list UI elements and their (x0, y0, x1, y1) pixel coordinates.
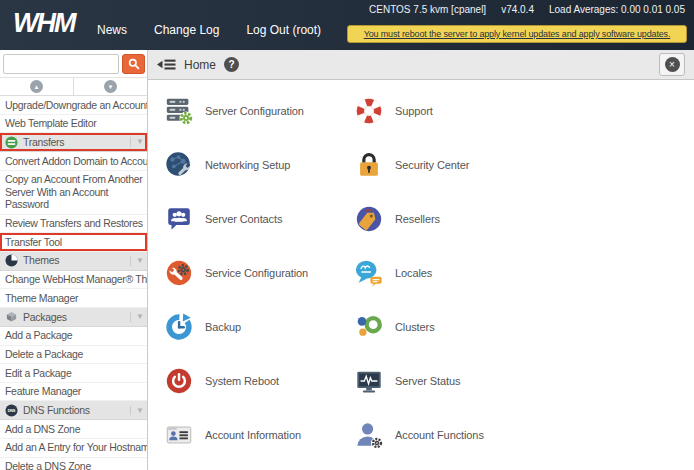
feature-grid: Server Configuration Support (148, 80, 694, 462)
sidebar-item-delete-package[interactable]: Delete a Package (0, 346, 147, 365)
sidebar-search-row (0, 50, 147, 77)
sidebar-section-label: Packages (23, 311, 125, 324)
search-button[interactable] (122, 54, 145, 74)
server-status-icon (354, 366, 384, 396)
grid-item-service-configuration[interactable]: Service Configuration (164, 246, 354, 300)
grid-item-label: Security Center (395, 159, 469, 171)
packages-icon (5, 310, 18, 323)
grid-item-label: Resellers (395, 213, 440, 225)
security-center-icon (354, 150, 384, 180)
sidebar-item-upgrade-downgrade-account[interactable]: Upgrade/Downgrade an Account (0, 96, 147, 115)
sidebar-section-label: DNS Functions (23, 404, 125, 417)
server-contacts-icon (164, 204, 194, 234)
sidebar-item-add-package[interactable]: Add a Package (0, 327, 147, 346)
clusters-icon (354, 312, 384, 342)
grid-item-networking-setup[interactable]: Networking Setup (164, 138, 354, 192)
transfers-icon (5, 136, 18, 149)
sidebar-item-review-transfers[interactable]: Review Transfers and Restores (0, 215, 147, 234)
locales-icon (354, 258, 384, 288)
load-averages: Load Averages: 0.00 0.01 0.05 (549, 4, 685, 15)
backup-icon (164, 312, 194, 342)
chevron-down-icon[interactable]: ▼ (130, 137, 143, 147)
sidebar-pager: ▲ ▼ (0, 77, 147, 96)
sidebar-item-convert-addon-domain[interactable]: Convert Addon Domain to Account (0, 152, 147, 171)
grid-item-server-status[interactable]: Server Status (354, 354, 694, 408)
grid-item-resellers[interactable]: Resellers (354, 192, 694, 246)
arrow-up-icon: ▲ (30, 80, 43, 93)
top-bar: WHM News Change Log Log Out (root) CENTO… (0, 0, 694, 50)
sidebar-section-dns-functions[interactable]: DNS DNS Functions ▼ (0, 401, 147, 420)
service-configuration-icon (164, 258, 194, 288)
server-configuration-icon (164, 96, 194, 126)
sidebar-section-packages[interactable]: Packages ▼ (0, 308, 147, 327)
grid-item-label: Server Configuration (205, 105, 304, 117)
grid-item-server-contacts[interactable]: Server Contacts (164, 192, 354, 246)
resellers-icon (354, 204, 384, 234)
grid-item-server-configuration[interactable]: Server Configuration (164, 84, 354, 138)
main-panel: Home ? × (148, 50, 694, 470)
grid-item-label: System Reboot (205, 375, 279, 387)
breadcrumb-bar: Home ? × (148, 50, 694, 80)
search-input[interactable] (3, 54, 119, 74)
grid-item-support[interactable]: Support (354, 84, 694, 138)
nav-log-out[interactable]: Log Out (root) (246, 23, 321, 37)
sidebar-section-label: Transfers (23, 136, 125, 149)
sidebar-item-add-a-entry[interactable]: Add an A Entry for Your Hostname (0, 439, 147, 458)
grid-item-label: Locales (395, 267, 432, 279)
sidebar-item-edit-package[interactable]: Edit a Package (0, 364, 147, 383)
sidebar-section-transfers[interactable]: Transfers ▼ (0, 133, 147, 152)
collapse-sidebar-button[interactable] (157, 58, 176, 71)
account-functions-icon (354, 420, 384, 450)
grid-item-account-functions[interactable]: Account Functions (354, 408, 694, 462)
system-reboot-icon (164, 366, 194, 396)
nav-news[interactable]: News (97, 23, 127, 37)
networking-setup-icon (164, 150, 194, 180)
scroll-down-button[interactable]: ▼ (73, 78, 147, 95)
grid-item-account-information[interactable]: Account Information (164, 408, 354, 462)
grid-item-label: Support (395, 105, 433, 117)
reboot-alert-link[interactable]: You must reboot the server to apply kern… (347, 25, 687, 43)
close-button[interactable]: × (659, 53, 685, 76)
grid-item-label: Server Contacts (205, 213, 282, 225)
dns-functions-icon: DNS (5, 404, 18, 417)
grid-item-locales[interactable]: Locales (354, 246, 694, 300)
arrow-down-icon: ▼ (104, 80, 117, 93)
whm-version: v74.0.4 (501, 4, 534, 15)
close-icon: × (665, 57, 680, 72)
grid-item-label: Account Functions (395, 429, 484, 441)
support-icon (354, 96, 384, 126)
sidebar-item-theme-manager[interactable]: Theme Manager (0, 289, 147, 308)
sidebar-item-delete-dns-zone[interactable]: Delete a DNS Zone (0, 458, 147, 470)
chevron-down-icon[interactable]: ▼ (130, 312, 143, 322)
search-icon (128, 58, 140, 70)
sidebar-item-feature-manager[interactable]: Feature Manager (0, 383, 147, 402)
chevron-down-icon[interactable]: ▼ (130, 406, 143, 416)
sidebar-section-themes[interactable]: Themes ▼ (0, 252, 147, 271)
sidebar-item-add-dns-zone[interactable]: Add a DNS Zone (0, 420, 147, 439)
svg-text:DNS: DNS (8, 408, 16, 413)
grid-item-backup[interactable]: Backup (164, 300, 354, 354)
grid-item-system-reboot[interactable]: System Reboot (164, 354, 354, 408)
breadcrumb-home[interactable]: Home (184, 58, 216, 72)
system-os: CENTOS 7.5 kvm [cpanel] (369, 4, 486, 15)
help-icon[interactable]: ? (224, 57, 239, 72)
grid-item-security-center[interactable]: Security Center (354, 138, 694, 192)
sidebar-item-web-template-editor[interactable]: Web Template Editor (0, 115, 147, 134)
sidebar: ▲ ▼ Upgrade/Downgrade an Account Web Tem… (0, 50, 148, 470)
sidebar-section-label: Themes (23, 254, 125, 267)
nav-change-log[interactable]: Change Log (154, 23, 219, 37)
grid-item-label: Backup (205, 321, 241, 333)
sidebar-item-transfer-tool[interactable]: Transfer Tool (0, 233, 147, 252)
system-info: CENTOS 7.5 kvm [cpanel] v74.0.4 Load Ave… (369, 4, 685, 15)
collapse-sidebar-icon (157, 58, 176, 71)
themes-icon (5, 254, 18, 267)
grid-item-label: Server Status (395, 375, 460, 387)
grid-item-label: Account Information (205, 429, 301, 441)
sidebar-item-copy-account[interactable]: Copy an Account From Another Server With… (0, 171, 147, 215)
sidebar-item-change-whm-theme[interactable]: Change WebHost Manager® Theme (0, 271, 147, 290)
grid-item-clusters[interactable]: Clusters (354, 300, 694, 354)
scroll-up-button[interactable]: ▲ (0, 78, 73, 95)
top-navigation: News Change Log Log Out (root) (97, 23, 321, 37)
whm-logo[interactable]: WHM (13, 8, 74, 39)
chevron-down-icon[interactable]: ▼ (130, 256, 143, 266)
